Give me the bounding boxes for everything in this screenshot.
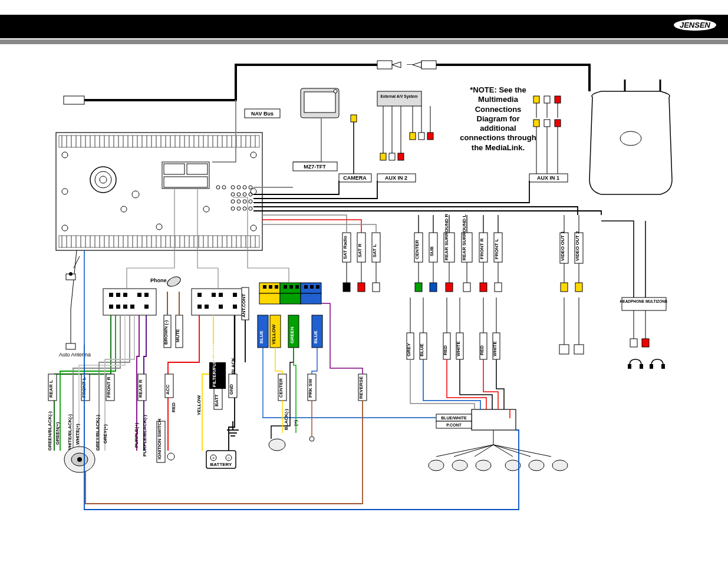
header-bar: JENSEN: [0, 15, 728, 38]
svg-point-114: [231, 200, 235, 203]
svg-rect-247: [284, 285, 287, 289]
wiring-diagram-svg: NAV Bus — MZ7-TFT CAMERA External A/V Sy…: [0, 44, 728, 562]
svg-point-94: [203, 206, 209, 212]
svg-point-105: [222, 186, 226, 189]
svg-rect-142: [544, 120, 550, 127]
svg-rect-236: [219, 305, 223, 309]
svg-rect-241: [259, 293, 280, 304]
svg-text:+: +: [212, 455, 215, 461]
svg-rect-171: [446, 283, 453, 292]
svg-point-109: [249, 186, 252, 189]
svg-rect-144: [533, 96, 539, 103]
svg-rect-224: [144, 293, 149, 297]
svg-text:BLACK: BLACK: [230, 358, 236, 374]
svg-point-98: [100, 176, 107, 183]
svg-rect-103: [164, 177, 207, 187]
svg-rect-243: [301, 293, 321, 304]
svg-text:GREY(+): GREY(+): [103, 424, 108, 444]
svg-rect-179: [561, 283, 568, 292]
svg-text:GREEN: GREEN: [289, 326, 295, 343]
svg-rect-234: [197, 305, 202, 309]
harness-connectors: [103, 283, 321, 315]
svg-rect-220: [109, 293, 113, 297]
svg-rect-180: [575, 283, 582, 292]
svg-text:VIDEO OUT 1: VIDEO OUT 1: [560, 231, 565, 261]
svg-rect-245: [269, 285, 272, 289]
svg-rect-172: [463, 283, 470, 292]
svg-rect-143: [555, 120, 561, 127]
svg-text:WHITE: WHITE: [456, 341, 461, 356]
svg-text:GREY: GREY: [406, 343, 411, 356]
svg-rect-185: [630, 339, 637, 347]
svg-rect-189: [650, 364, 653, 369]
svg-text:REAR SURROUND R: REAR SURROUND R: [444, 214, 449, 260]
svg-text:RED: RED: [171, 402, 176, 412]
svg-point-317: [77, 457, 82, 462]
svg-point-106: [231, 186, 235, 189]
head-unit-chassis: [56, 133, 262, 250]
svg-rect-136: [410, 133, 416, 140]
speaker-icon: [269, 439, 285, 451]
car-speaker-icon: [64, 447, 95, 472]
svg-text:External A/V System: External A/V System: [381, 94, 418, 99]
svg-rect-233: [233, 293, 237, 297]
svg-rect-231: [212, 293, 216, 297]
svg-rect-244: [263, 285, 266, 289]
svg-rect-229: [144, 305, 149, 309]
svg-point-108: [243, 186, 246, 189]
svg-rect-131: [351, 115, 357, 122]
svg-rect-182: [574, 345, 584, 354]
svg-point-113: [249, 193, 252, 196]
svg-text:SAT Radio: SAT Radio: [342, 236, 348, 259]
svg-text:P.CONT: P.CONT: [446, 423, 462, 427]
svg-rect-141: [533, 120, 539, 127]
svg-text:RED: RED: [479, 345, 485, 355]
svg-point-208: [452, 460, 467, 471]
svg-text:—: —: [407, 61, 413, 67]
svg-text:BLUE: BLUE: [259, 330, 264, 343]
phone-icon: [166, 275, 182, 289]
svg-text:Phone: Phone: [150, 277, 167, 283]
svg-rect-232: [219, 293, 223, 297]
svg-text:FRONT R: FRONT R: [479, 238, 485, 259]
svg-point-209: [476, 460, 491, 471]
svg-point-211: [529, 460, 544, 471]
svg-rect-2: [59, 236, 259, 247]
svg-point-212: [552, 460, 568, 471]
svg-rect-170: [430, 283, 437, 292]
svg-point-99: [132, 191, 139, 198]
svg-rect-0: [56, 133, 262, 250]
svg-rect-237: [233, 305, 237, 309]
nav-bus-label: NAV Bus: [251, 111, 274, 117]
svg-point-96: [90, 167, 116, 193]
svg-text:BATT: BATT: [214, 394, 219, 406]
svg-point-119: [237, 207, 241, 210]
svg-point-312: [309, 437, 314, 441]
svg-rect-154: [343, 283, 350, 292]
svg-text:FRONT L: FRONT L: [494, 239, 499, 259]
svg-text:ANT.CONT: ANT.CONT: [241, 293, 246, 318]
svg-rect-101: [164, 164, 185, 174]
svg-rect-223: [137, 293, 141, 297]
svg-rect-155: [358, 283, 365, 292]
mz7-tft-label: MZ7-TFT: [304, 164, 326, 170]
diagram-canvas: *NOTE: See the Multimedia Connections Di…: [0, 44, 728, 562]
din-connectors: —: [377, 61, 589, 91]
svg-rect-102: [187, 164, 207, 174]
svg-point-120: [243, 207, 246, 210]
svg-rect-173: [480, 283, 487, 292]
svg-point-97: [95, 171, 111, 188]
aux-in1-label: AUX IN 1: [537, 175, 559, 181]
svg-text:PRK SW: PRK SW: [308, 379, 313, 398]
ext-av-system: [377, 91, 421, 106]
svg-point-115: [237, 200, 241, 203]
svg-rect-249: [295, 285, 299, 289]
svg-text:REAR SURROUND L: REAR SURROUND L: [462, 214, 467, 260]
speaker-cones: [436, 430, 551, 457]
svg-rect-188: [640, 364, 643, 369]
svg-text:SAT L: SAT L: [372, 244, 377, 257]
svg-point-112: [243, 193, 246, 196]
svg-text:YELLOW: YELLOW: [196, 395, 202, 415]
svg-point-118: [231, 207, 235, 210]
headphone-icon: [628, 359, 643, 369]
